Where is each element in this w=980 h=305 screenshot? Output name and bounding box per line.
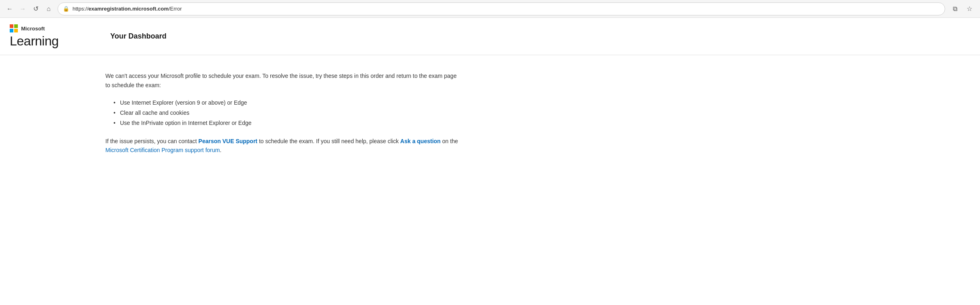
- page-title: Learning: [10, 34, 88, 48]
- back-button[interactable]: ←: [5, 4, 15, 14]
- browser-chrome: ← → ↺ ⌂ 🔒 https://examregistration.micro…: [0, 0, 980, 18]
- split-view-button[interactable]: ⧉: [949, 3, 961, 15]
- contact-text: If the issue persists, you can contact P…: [105, 137, 462, 155]
- microsoft-brand-label: Microsoft: [21, 26, 45, 32]
- ms-yellow-cell: [14, 29, 18, 32]
- refresh-button[interactable]: ↺: [31, 4, 41, 14]
- error-intro-text: We can't access your Microsoft profile t…: [105, 71, 462, 90]
- ms-green-cell: [14, 24, 18, 28]
- error-steps-list: Use Internet Explorer (version 9 or abov…: [113, 98, 462, 129]
- address-bar[interactable]: 🔒 https://examregistration.microsoft.com…: [58, 2, 945, 15]
- forward-button[interactable]: →: [18, 4, 28, 14]
- list-item: Use Internet Explorer (version 9 or abov…: [113, 98, 462, 108]
- contact-middle: to schedule the exam. If you still need …: [257, 138, 400, 144]
- contact-prefix: If the issue persists, you can contact: [105, 138, 199, 144]
- page-header: Microsoft Learning Your Dashboard: [0, 18, 980, 55]
- contact-suffix: on the: [441, 138, 458, 144]
- ms-red-cell: [10, 24, 13, 28]
- dashboard-section: Your Dashboard: [97, 18, 180, 55]
- favorites-button[interactable]: ☆: [964, 3, 975, 15]
- nav-buttons: ← → ↺ ⌂: [5, 4, 53, 14]
- lock-icon: 🔒: [63, 6, 69, 12]
- certification-forum-link[interactable]: Microsoft Certification Program support …: [105, 147, 220, 153]
- list-item: Clear all cache and cookies: [113, 108, 462, 118]
- browser-actions: ⧉ ☆: [949, 3, 975, 15]
- main-content: We can't access your Microsoft profile t…: [0, 55, 567, 171]
- ask-question-link[interactable]: Ask a question: [400, 138, 441, 144]
- ms-grid-icon: [10, 24, 18, 32]
- home-button[interactable]: ⌂: [44, 4, 53, 14]
- logo-section: Microsoft Learning: [0, 18, 97, 55]
- forum-period: .: [220, 147, 221, 153]
- url-display: https://examregistration.microsoft.com/E…: [73, 6, 940, 12]
- microsoft-logo: Microsoft: [10, 24, 88, 32]
- dashboard-title: Your Dashboard: [110, 32, 167, 41]
- pearson-vue-support-link[interactable]: Pearson VUE Support: [199, 138, 257, 144]
- ms-blue-cell: [10, 29, 13, 32]
- list-item: Use the InPrivate option in Internet Exp…: [113, 118, 462, 128]
